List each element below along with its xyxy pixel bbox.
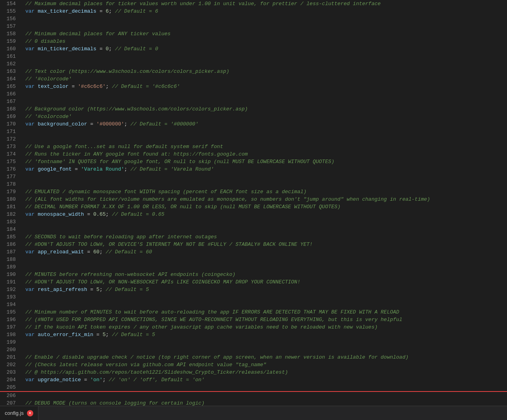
table-row: 172 — [0, 135, 507, 143]
line-code — [22, 128, 507, 135]
line-number: 182 — [0, 211, 22, 218]
table-row: 188 — [0, 256, 507, 263]
line-code — [22, 53, 507, 60]
line-number: 173 — [0, 143, 22, 150]
line-code: var auto_error_fix_min = 5; // Default =… — [22, 331, 507, 338]
table-row: 154// Maximum decimal places for ticker … — [0, 0, 507, 8]
line-code: // SECONDS to wait before reloading app … — [22, 233, 507, 241]
table-row: 161 — [0, 53, 507, 60]
line-number: 184 — [0, 226, 22, 233]
line-code — [22, 384, 507, 391]
line-code — [22, 98, 507, 105]
table-row: 169// '#colorcode' — [0, 113, 507, 120]
line-code: // 0 disables — [22, 38, 507, 45]
table-row: 200 — [0, 346, 507, 353]
line-number: 202 — [0, 361, 22, 369]
line-number: 168 — [0, 105, 22, 113]
line-code: // Minimum number of MINUTES to wait bef… — [22, 308, 507, 316]
line-number: 155 — [0, 8, 22, 15]
line-code — [22, 256, 507, 263]
line-code: // if the kucoin API token expires / any… — [22, 323, 507, 331]
table-row: 157 — [0, 23, 507, 30]
table-row: 191// #DON'T ADJUST TOO LOW#, OR NON-WEB… — [0, 278, 507, 286]
line-number: 186 — [0, 241, 22, 248]
line-number: 194 — [0, 301, 22, 308]
table-row: 171 — [0, 128, 507, 135]
line-number: 163 — [0, 68, 22, 75]
line-code: // EMULATED / dynamic monospace font WID… — [22, 188, 507, 196]
line-number: 195 — [0, 308, 22, 316]
line-number: 172 — [0, 135, 22, 143]
editor-area[interactable]: 154// Maximum decimal places for ticker … — [0, 0, 507, 406]
line-number: 170 — [0, 120, 22, 128]
line-number: 159 — [0, 38, 22, 45]
line-number: 164 — [0, 75, 22, 83]
table-row: 194 — [0, 301, 507, 308]
line-number: 191 — [0, 278, 22, 286]
line-number: 205 — [0, 384, 22, 391]
table-row: 187var app_reload_wait = 60; // Default … — [0, 248, 507, 256]
table-row: 177 — [0, 173, 507, 181]
line-number: 178 — [0, 181, 22, 188]
line-code: var rest_api_refresh = 5; // Default = 5 — [22, 286, 507, 293]
line-code — [22, 218, 507, 226]
table-row: 180// (ALL font widths for ticker/volume… — [0, 196, 507, 203]
table-row: 205 — [0, 384, 507, 391]
line-number: 176 — [0, 165, 22, 173]
line-code: var monospace_width = 0.65; // Default =… — [22, 211, 507, 218]
line-number: 206 — [0, 391, 22, 399]
table-row: 155var max_ticker_decimals = 6; // Defau… — [0, 8, 507, 15]
line-code: // MINUTES before refreshing non-websock… — [22, 271, 507, 278]
line-code — [22, 226, 507, 233]
table-row: 165var text_color = '#c6c6c6'; // Defaul… — [0, 83, 507, 90]
table-row: 201// Enable / disable upgrade check / n… — [0, 353, 507, 361]
table-row: 167 — [0, 98, 507, 105]
table-row: 206 — [0, 391, 507, 399]
line-code: var min_ticker_decimals = 0; // Default … — [22, 45, 507, 53]
line-number: 165 — [0, 83, 22, 90]
line-code: // #DON'T ADJUST TOO LOW#, OR NON-WEBSOC… — [22, 278, 507, 286]
table-row: 160var min_ticker_decimals = 0; // Defau… — [0, 45, 507, 53]
line-number: 207 — [0, 399, 22, 406]
line-number: 180 — [0, 196, 22, 203]
line-code: // #DON'T ADJUST TOO LOW#, OR DEVICE'S I… — [22, 241, 507, 248]
line-code — [22, 338, 507, 346]
line-code: // (Checks latest release version via gi… — [22, 361, 507, 369]
line-number: 192 — [0, 286, 22, 293]
line-code: // Minimum decimal places for ANY ticker… — [22, 30, 507, 38]
line-number: 203 — [0, 369, 22, 376]
line-code: // Runs the ticker in ANY google font fo… — [22, 150, 507, 158]
table-row: 192var rest_api_refresh = 5; // Default … — [0, 286, 507, 293]
table-row: 173// Use a google font...set as null fo… — [0, 143, 507, 150]
line-code: // (ALL font widths for ticker/volume nu… — [22, 196, 507, 203]
line-number: 183 — [0, 218, 22, 226]
table-row: 207// DEBUG MODE (turns on console loggi… — [0, 399, 507, 406]
table-row: 203// @ https://api.github.com/repos/tao… — [0, 369, 507, 376]
line-code: var background_color = '#000000'; // Def… — [22, 120, 507, 128]
line-code: // (#NOT# USED FOR DROPPED API CONNECTIO… — [22, 316, 507, 323]
line-code — [22, 23, 507, 30]
line-code — [22, 135, 507, 143]
line-number: 190 — [0, 271, 22, 278]
table-row: 170var background_color = '#000000'; // … — [0, 120, 507, 128]
line-code — [22, 181, 507, 188]
line-number: 193 — [0, 293, 22, 301]
line-number: 181 — [0, 203, 22, 211]
line-number: 174 — [0, 150, 22, 158]
table-row: 190// MINUTES before refreshing non-webs… — [0, 271, 507, 278]
line-code: // DEBUG MODE (turns on console logging … — [22, 399, 507, 406]
table-row: 186// #DON'T ADJUST TOO LOW#, OR DEVICE'… — [0, 241, 507, 248]
line-number: 162 — [0, 60, 22, 68]
table-row: 185// SECONDS to wait before reloading a… — [0, 233, 507, 241]
table-row: 163// Text color (https://www.w3schools.… — [0, 68, 507, 75]
line-number: 199 — [0, 338, 22, 346]
line-code: // Maximum decimal places for ticker val… — [22, 0, 507, 8]
table-row: 175// 'fontname' IN QUOTES for ANY googl… — [0, 158, 507, 165]
line-number: 158 — [0, 30, 22, 38]
line-number: 157 — [0, 23, 22, 30]
line-number: 196 — [0, 316, 22, 323]
table-row: 197// if the kucoin API token expires / … — [0, 323, 507, 331]
line-code — [22, 60, 507, 68]
table-row: 159// 0 disables — [0, 38, 507, 45]
line-number: 160 — [0, 45, 22, 53]
